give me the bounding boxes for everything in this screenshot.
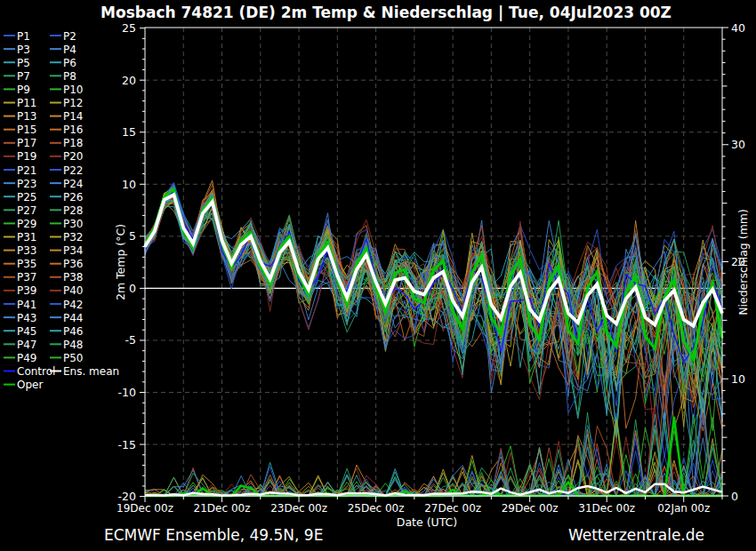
legend-member-label: P11 [17,97,37,109]
x-axis-tick-label: 31Dec 00z [578,502,635,515]
footer-site-credit: Wetterzentrale.de [568,526,704,544]
legend-member-label: P5 [17,57,30,69]
legend-member-label: P19 [17,150,37,163]
left-axis-tick-label: -5 [125,333,136,347]
footer-model-info: ECMWF Ensemble, 49.5N, 9E [104,526,323,544]
left-axis-tick-label: 25 [122,21,136,35]
legend-member-label: P28 [63,204,84,217]
legend-member-label: P43 [17,312,37,324]
legend-member-label: P35 [17,258,37,270]
legend-member-label: P41 [17,299,37,311]
legend-member-label: P38 [63,271,84,283]
legend-member-label: P9 [17,84,30,96]
legend-member-label: P21 [17,164,37,177]
legend-member-label: P50 [63,352,84,364]
legend-member-label: P7 [17,70,30,83]
legend-member-label: P10 [63,84,84,96]
legend-member-label: P30 [63,218,84,230]
legend-member-label: P48 [63,339,84,351]
left-axis-tick-label: 10 [122,178,136,191]
legend-member-label: P24 [63,178,84,190]
legend-member-label: P22 [63,164,84,177]
legend-member-label: P8 [63,70,76,83]
legend-member-label: P4 [63,44,76,56]
legend-member-label: P12 [63,97,84,109]
legend-member-label: P44 [63,312,84,324]
x-axis-tick-label: 21Dec 00z [194,502,251,515]
x-axis-title: Date (UTC) [397,515,457,529]
x-axis-tick-label: 02Jan 00z [657,502,710,515]
legend-member-label: P46 [63,325,84,338]
x-axis-tick-label: 27Dec 00z [424,502,481,515]
legend-control-label: Control [17,365,55,378]
legend-ens-mean-label: Ens. mean [63,365,119,378]
legend-member-label: P39 [17,284,37,297]
right-axis-tick-label: 30 [731,138,745,151]
legend-member-label: P15 [17,124,37,136]
legend-member-label: P23 [17,178,37,190]
legend-member-label: P40 [63,284,84,297]
left-axis-tick-label: -10 [118,386,136,399]
legend-member-label: P18 [63,137,84,149]
left-axis-title: 2m Temp (°C) [114,224,127,300]
legend-oper-label: Oper [17,379,43,391]
legend-member-label: P49 [17,352,37,364]
x-axis-tick-label: 19Dec 00z [117,502,173,515]
left-axis-tick-label: -20 [118,490,136,503]
legend-member-label: P25 [17,191,37,204]
legend-member-label: P20 [63,150,84,163]
legend-member-label: P32 [63,231,84,244]
legend-member-label: P3 [17,44,30,56]
legend-member-label: P29 [17,218,37,230]
legend-member-label: P16 [63,124,84,136]
right-axis-tick-label: 40 [731,21,745,35]
ensemble-forecast-chart: Mosbach 74821 (DE) 2m Temp & Niederschla… [0,0,756,551]
right-axis-tick-label: 0 [731,490,738,503]
legend-member-label: P17 [17,137,37,149]
legend-member-label: P33 [17,244,37,257]
legend-member-label: P14 [63,110,84,123]
legend-member-label: P34 [63,244,84,257]
legend-member-label: P36 [63,258,84,270]
legend-member-label: P1 [17,30,30,43]
x-axis-tick-label: 23Dec 00z [270,502,327,515]
legend-member-label: P2 [63,30,76,43]
left-axis-tick-label: 5 [129,229,136,243]
x-axis-tick-label: 25Dec 00z [348,502,405,515]
legend-member-label: P42 [63,299,84,311]
legend-member-label: P45 [17,325,37,338]
left-axis-tick-label: 20 [122,74,136,87]
chart-title: Mosbach 74821 (DE) 2m Temp & Niederschla… [101,4,672,21]
left-axis-tick-label: 15 [122,125,136,139]
legend-member-label: P37 [17,271,37,283]
chart-canvas: Mosbach 74821 (DE) 2m Temp & Niederschla… [0,0,756,551]
legend-member-label: P13 [17,110,37,123]
left-axis-tick-label: 0 [129,282,136,295]
legend-member-label: P6 [63,57,76,69]
left-axis-tick-label: -15 [118,438,136,451]
right-axis-tick-label: 10 [731,372,745,386]
legend-member-label: P31 [17,231,37,244]
legend-member-label: P26 [63,191,84,204]
legend-member-label: P27 [17,204,37,217]
x-axis-tick-label: 29Dec 00z [502,502,559,515]
legend-member-label: P47 [17,339,37,351]
right-axis-title: Niederschlag (mm) [736,209,750,315]
